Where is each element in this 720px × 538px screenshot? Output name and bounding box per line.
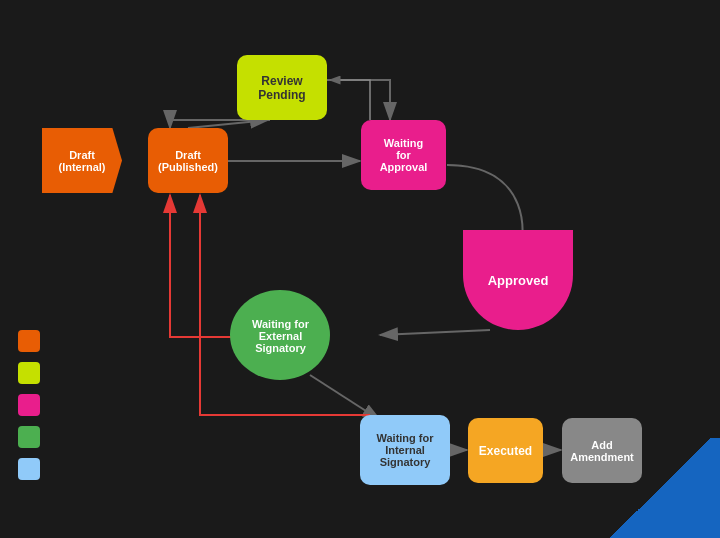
node-executed: Executed	[468, 418, 543, 483]
legend-light-blue	[18, 458, 40, 480]
corner-decoration	[600, 438, 720, 538]
node-waiting-approval: Waiting for Approval	[361, 120, 446, 190]
node-draft-published: Draft (Published)	[148, 128, 228, 193]
legend	[18, 330, 40, 480]
legend-yellow-green	[18, 362, 40, 384]
node-waiting-external: Waiting for External Signatory	[228, 288, 333, 383]
diagram-container: Draft (Internal) Draft (Published) Revie…	[0, 0, 720, 538]
legend-orange	[18, 330, 40, 352]
node-review-pending: Review Pending	[237, 55, 327, 120]
svg-line-4	[188, 120, 268, 128]
legend-green	[18, 426, 40, 448]
node-waiting-internal: Waiting for Internal Signatory	[360, 415, 450, 485]
legend-pink	[18, 394, 40, 416]
node-approved: Approved	[463, 230, 573, 330]
node-draft-internal: Draft (Internal)	[42, 128, 122, 193]
